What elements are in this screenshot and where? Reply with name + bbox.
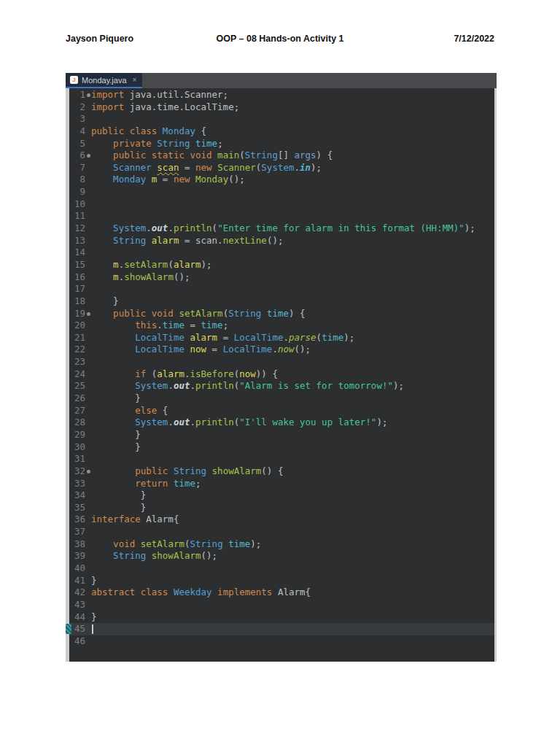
code-line[interactable]: 44} — [66, 611, 494, 624]
code-line[interactable]: 41} — [66, 575, 494, 587]
code-line[interactable]: 22 LocalTime now = LocalTime.now(); — [66, 344, 494, 356]
code-line[interactable]: 5 private String time; — [66, 138, 494, 150]
code-line[interactable]: 20 this.time = time; — [66, 320, 494, 332]
code-text: System.out.println("Alarm is set for tom… — [91, 380, 494, 392]
code-line[interactable]: 23 — [66, 356, 494, 368]
code-line[interactable]: 36interface Alarm{ — [66, 514, 494, 526]
gutter-mark-cell — [85, 138, 91, 150]
gutter-mark-cell — [85, 101, 91, 114]
code-text: void setAlarm(String time); — [91, 538, 494, 551]
gutter-mark-cell — [85, 562, 91, 575]
gutter-mark-cell — [85, 429, 91, 441]
gutter-mark-cell — [85, 332, 91, 344]
code-line[interactable]: 29 } — [66, 429, 494, 441]
code-line[interactable]: 1import java.util.Scanner; — [66, 89, 494, 101]
code-text: interface Alarm{ — [91, 514, 494, 526]
code-line[interactable]: 2import java.time.LocalTime; — [66, 101, 494, 114]
code-line[interactable]: 40 — [66, 562, 494, 575]
code-line[interactable]: 17 — [66, 283, 494, 295]
code-line[interactable]: 24 if (alarm.isBefore(now)) { — [66, 368, 494, 381]
code-line[interactable]: 31 — [66, 453, 494, 465]
right-edge-strip — [494, 88, 497, 662]
gutter-mark-cell — [85, 623, 91, 635]
code-text: private String time; — [91, 138, 494, 150]
hint-lightbulb-icon[interactable] — [66, 164, 72, 172]
code-line[interactable]: 15 m.setAlarm(alarm); — [66, 259, 494, 271]
code-line[interactable]: 30 } — [66, 441, 494, 454]
code-line[interactable]: 10 — [66, 198, 494, 211]
gutter-mark-cell — [85, 247, 91, 259]
gutter-mark-cell — [85, 259, 91, 271]
tab-monday-java[interactable]: J Monday.java × — [66, 73, 142, 88]
gutter-mark-cell — [85, 478, 91, 490]
code-text: import java.time.LocalTime; — [91, 101, 494, 114]
code-line[interactable]: 21 LocalTime alarm = LocalTime.parse(tim… — [66, 332, 494, 344]
fold-dot-icon — [87, 470, 90, 473]
gutter-mark-cell — [85, 186, 91, 198]
gutter-mark-cell — [85, 526, 91, 538]
gutter-mark-cell — [85, 162, 91, 174]
code-line[interactable]: 43 — [66, 599, 494, 611]
code-line[interactable]: 34 } — [66, 489, 494, 502]
code-line[interactable]: 12 System.out.println("Enter time for al… — [66, 222, 494, 235]
code-editor[interactable]: 1import java.util.Scanner;2import java.t… — [66, 88, 497, 662]
code-line[interactable]: 45 — [66, 623, 494, 635]
code-line[interactable]: 26 } — [66, 392, 494, 405]
gutter-mark-cell — [85, 344, 91, 356]
gutter-mark-cell — [85, 271, 91, 284]
code-text: LocalTime alarm = LocalTime.parse(time); — [91, 332, 494, 344]
fold-dot-icon — [87, 93, 90, 97]
gutter-mark-cell — [85, 635, 91, 648]
gutter-mark-cell — [85, 405, 91, 417]
code-line[interactable]: 8 Monday m = new Monday(); — [66, 174, 494, 186]
code-line[interactable]: 16 m.showAlarm(); — [66, 271, 494, 284]
code-text: public class Monday { — [91, 125, 494, 138]
code-line[interactable]: 7 Scanner scan = new Scanner(System.in); — [66, 162, 494, 174]
gutter-mark-cell — [85, 308, 91, 320]
code-text: String showAlarm(); — [91, 550, 494, 562]
gutter-mark-cell — [85, 599, 91, 611]
code-line[interactable]: 27 else { — [66, 405, 494, 417]
code-line[interactable]: 32 public String showAlarm() { — [66, 465, 494, 478]
code-line[interactable]: 18 } — [66, 295, 494, 308]
gutter-mark-cell — [85, 368, 91, 381]
code-line[interactable]: 11 — [66, 210, 494, 222]
code-text — [91, 623, 494, 635]
code-line[interactable]: 9 — [66, 186, 494, 198]
code-line[interactable]: 42abstract class Weekday implements Alar… — [66, 587, 494, 599]
code-line[interactable]: 28 System.out.println("I'll wake you up … — [66, 417, 494, 429]
code-line[interactable]: 46 — [66, 635, 494, 648]
code-text: if (alarm.isBefore(now)) { — [91, 368, 494, 381]
tab-close-icon[interactable]: × — [133, 76, 137, 84]
code-line[interactable]: 25 System.out.println("Alarm is set for … — [66, 380, 494, 392]
code-line[interactable]: 3 — [66, 113, 494, 125]
bookmark-icon — [66, 624, 71, 634]
code-line[interactable]: 38 void setAlarm(String time); — [66, 538, 494, 551]
gutter-mark-cell — [85, 514, 91, 526]
code-line[interactable]: 14 — [66, 247, 494, 259]
code-text: public String showAlarm() { — [91, 465, 494, 478]
code-line[interactable]: 33 return time; — [66, 478, 494, 490]
annotation-strip — [66, 88, 69, 662]
code-line[interactable]: 35 } — [66, 502, 494, 514]
code-text: else { — [91, 405, 494, 417]
code-line[interactable]: 13 String alarm = scan.nextLine(); — [66, 235, 494, 247]
gutter-mark-cell — [85, 235, 91, 247]
gutter-mark-cell — [85, 210, 91, 222]
code-line[interactable]: 37 — [66, 526, 494, 538]
code-line[interactable]: 19 public void setAlarm(String time) { — [66, 308, 494, 320]
gutter-mark-cell — [85, 150, 91, 162]
gutter-mark-cell — [85, 380, 91, 392]
code-text: } — [91, 392, 494, 405]
code-line[interactable]: 6 public static void main(String[] args)… — [66, 150, 494, 162]
tab-label: Monday.java — [82, 76, 127, 85]
code-lines: 1import java.util.Scanner;2import java.t… — [66, 89, 494, 647]
code-text: public void setAlarm(String time) { — [91, 308, 494, 320]
code-line[interactable]: 4public class Monday { — [66, 125, 494, 138]
gutter-mark-cell — [85, 441, 91, 454]
code-text: public static void main(String[] args) { — [91, 150, 494, 162]
code-text: } — [91, 611, 494, 624]
code-line[interactable]: 39 String showAlarm(); — [66, 550, 494, 562]
gutter-mark-cell — [85, 575, 91, 587]
gutter-mark-cell — [85, 392, 91, 405]
